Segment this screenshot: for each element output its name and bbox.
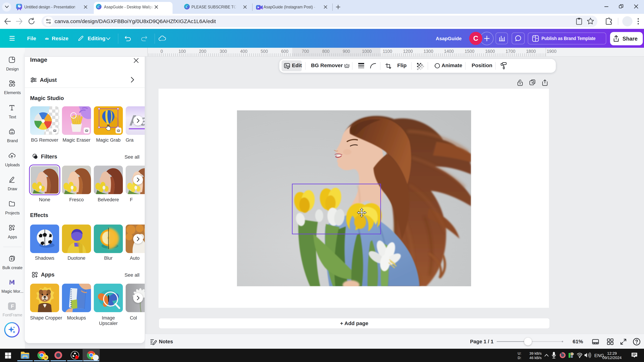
svg-text:co: co — [10, 131, 13, 134]
svg-text:C: C — [98, 5, 100, 9]
svg-text:C: C — [186, 5, 188, 9]
